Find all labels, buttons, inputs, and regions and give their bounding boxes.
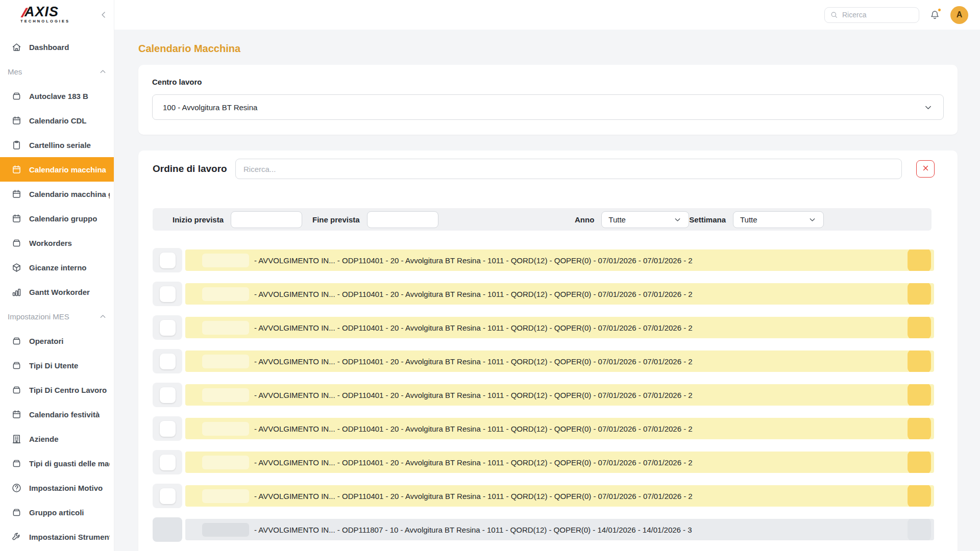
calendar-icon	[11, 409, 22, 420]
copy-button[interactable]	[908, 519, 931, 540]
fine-prevista-input[interactable]	[367, 211, 438, 228]
sidebar-item-autoclave-183-b[interactable]: Autoclave 183 B	[0, 84, 114, 108]
ordine-di-lavoro-heading: Ordine di lavoro	[153, 163, 235, 174]
redacted-label	[202, 422, 249, 436]
workorder-text: - AVVOLGIMENTO IN... - ODP110401 - 20 - …	[254, 323, 693, 332]
archive-icon	[11, 385, 22, 395]
logo-area: AXIS TECHNOLOGIES	[0, 0, 114, 30]
expand-row-button[interactable]	[160, 354, 176, 369]
sidebar-item-impostazioni-motivo[interactable]: Impostazioni Motivo	[0, 475, 114, 500]
sidebar-section-mes[interactable]: Mes	[0, 59, 114, 84]
expand-row-button[interactable]	[160, 286, 176, 302]
workorder-text: - AVVOLGIMENTO IN... - ODP111807 - 10 - …	[254, 525, 692, 534]
expand-row-button[interactable]	[160, 387, 176, 403]
sidebar-section-mes-items: Autoclave 183 B Calendario CDL Cartellin…	[0, 84, 114, 304]
filters-bar: Inizio prevista Fine prevista Anno Tutte…	[153, 208, 932, 231]
workorder-row-blocked: - AVVOLGIMENTO IN... - ODP111807 - 10 - …	[153, 517, 934, 542]
workorder-row: - AVVOLGIMENTO IN... - ODP110401 - 20 - …	[153, 349, 934, 373]
sidebar-item-operatori[interactable]: Operatori	[0, 329, 114, 353]
redacted-label	[202, 321, 249, 335]
copy-button[interactable]	[908, 384, 931, 406]
clear-search-button[interactable]	[916, 160, 935, 178]
wrench-icon	[11, 532, 22, 542]
sidebar-item-gruppo-articoli[interactable]: Gruppo articoli	[0, 500, 114, 524]
redacted-label	[202, 287, 249, 301]
chevron-up-icon	[99, 67, 107, 76]
sidebar-item-gantt-workorder[interactable]: Gantt Workorder	[0, 280, 114, 304]
sidebar-item-tipi-di-guasti-delle-macc[interactable]: Tipi di guasti delle macc	[0, 451, 114, 475]
redacted-label	[202, 254, 249, 267]
expand-row-button[interactable]	[160, 253, 176, 268]
sidebar-item-calendario-cdl[interactable]: Calendario CDL	[0, 108, 114, 133]
blocked-icon	[161, 523, 174, 536]
anno-select[interactable]: Tutte	[601, 211, 689, 228]
workorder-list: - AVVOLGIMENTO IN... - ODP110401 - 20 - …	[153, 248, 934, 542]
sidebar-item-gicanze-interno[interactable]: Gicanze interno	[0, 255, 114, 280]
workorder-text: - AVVOLGIMENTO IN... - ODP110401 - 20 - …	[254, 290, 693, 298]
expand-row-button[interactable]	[160, 488, 176, 504]
calendar-icon	[11, 213, 22, 224]
close-icon	[921, 164, 930, 174]
copy-button[interactable]	[908, 485, 931, 507]
home-icon	[11, 42, 22, 53]
notifications-button[interactable]	[929, 9, 941, 21]
copy-button[interactable]	[908, 249, 931, 271]
settimana-value: Tutte	[740, 215, 757, 224]
expand-row-button[interactable]	[160, 455, 176, 470]
section-label: Mes	[8, 67, 22, 76]
inizio-prevista-input[interactable]	[231, 211, 302, 228]
calendar-icon	[11, 189, 22, 199]
ordine-di-lavoro-card: Ordine di lavoro Inizio prevista Fine pr…	[138, 151, 958, 551]
redacted-label	[202, 456, 249, 469]
redacted-label	[202, 523, 249, 537]
archive-icon	[11, 238, 22, 248]
expand-row-button[interactable]	[160, 320, 176, 336]
calendar-icon	[11, 115, 22, 126]
cube-icon	[11, 262, 22, 273]
copy-button[interactable]	[908, 350, 931, 372]
clipboard-icon	[11, 140, 22, 151]
avatar[interactable]: A	[950, 6, 968, 24]
fine-prevista-label: Fine prevista	[312, 215, 360, 224]
help-icon	[11, 483, 22, 493]
sidebar-item-calendario-macchina-gesti[interactable]: Calendario macchina gesti	[0, 182, 114, 206]
centro-lavoro-select[interactable]: 100 - Avvolgitura BT Resina	[152, 94, 944, 120]
sidebar-section-impostazioni-mes[interactable]: Impostazioni MES	[0, 304, 114, 329]
workorder-row: - AVVOLGIMENTO IN... - ODP110401 - 20 - …	[153, 383, 934, 407]
archive-icon	[11, 458, 22, 469]
chevron-down-icon	[808, 215, 817, 224]
sidebar-item-calendario-festivit[interactable]: Calendario festività	[0, 402, 114, 427]
workorder-row: - AVVOLGIMENTO IN... - ODP110401 - 20 - …	[153, 315, 934, 340]
global-search-input[interactable]	[842, 11, 914, 19]
chevron-down-icon	[923, 103, 933, 112]
inizio-prevista-label: Inizio prevista	[173, 215, 224, 224]
centro-lavoro-card: Centro lavoro 100 - Avvolgitura BT Resin…	[138, 65, 958, 135]
sidebar-item-impostazioni-strumenti[interactable]: Impostazioni Strumenti	[0, 524, 114, 549]
sidebar-item-aziende[interactable]: Aziende	[0, 427, 114, 451]
copy-button[interactable]	[908, 317, 931, 338]
sidebar-item-cartellino-seriale[interactable]: Cartellino seriale	[0, 133, 114, 157]
sidebar-item-tipi-di-utente[interactable]: Tipi Di Utente	[0, 353, 114, 378]
sidebar-item-workorders[interactable]: Workorders	[0, 231, 114, 255]
sidebar-collapse-button[interactable]	[99, 10, 109, 20]
expand-row-button[interactable]	[160, 421, 176, 437]
copy-button[interactable]	[908, 418, 931, 439]
archive-icon	[11, 360, 22, 371]
workorder-text: - AVVOLGIMENTO IN... - ODP110401 - 20 - …	[254, 424, 693, 433]
logo-text: AXIS	[24, 6, 59, 18]
building-icon	[11, 434, 22, 444]
copy-button[interactable]	[908, 283, 931, 305]
sidebar-item-calendario-gruppo[interactable]: Calendario gruppo	[0, 206, 114, 231]
settimana-select[interactable]: Tutte	[733, 211, 824, 228]
copy-button[interactable]	[908, 452, 931, 473]
sidebar-item-tipi-di-centro-lavoro[interactable]: Tipi Di Centro Lavoro	[0, 378, 114, 402]
sidebar-section-impostazioni-items: Operatori Tipi Di Utente Tipi Di Centro …	[0, 329, 114, 549]
sidebar-item-calendario-macchina[interactable]: Calendario macchina	[0, 157, 114, 182]
sidebar-item-dashboard[interactable]: Dashboard	[0, 35, 114, 59]
workorder-row: - AVVOLGIMENTO IN... - ODP110401 - 20 - …	[153, 282, 934, 306]
workorder-search-input[interactable]	[235, 159, 902, 179]
main-content: Calendario Macchina Centro lavoro 100 - …	[114, 0, 980, 551]
workorder-text: - AVVOLGIMENTO IN... - ODP110401 - 20 - …	[254, 391, 693, 399]
chart-icon	[11, 287, 22, 297]
section-label: Impostazioni MES	[8, 312, 69, 321]
